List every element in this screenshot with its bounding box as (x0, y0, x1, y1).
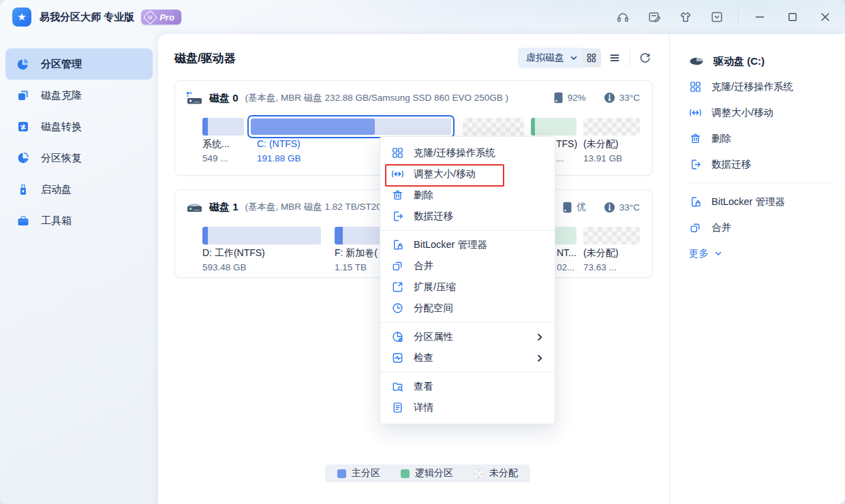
disk-health: 优 (562, 201, 586, 213)
menu-item-partition-properties[interactable]: 分区属性 (380, 326, 555, 347)
disk-device-icon (186, 91, 202, 106)
menu-item-data-migration[interactable]: 数据迁移 (380, 206, 555, 227)
partition-label: D: 工作(NTFS) (202, 247, 265, 259)
thermometer-icon (604, 92, 615, 104)
bitlocker-lock-icon (689, 195, 702, 208)
extend-shrink-icon (391, 281, 404, 294)
sidebar-item-label: 分区恢复 (41, 152, 82, 165)
partition-unallocated-1[interactable] (463, 118, 524, 136)
partition-logical-1[interactable] (531, 118, 577, 136)
list-view-button[interactable] (605, 48, 624, 67)
menu-item-delete[interactable]: 删除 (380, 185, 555, 206)
panel-action-merge[interactable]: 合并 (670, 215, 845, 240)
clone-disks-icon (16, 89, 30, 102)
partition-size: 02... (557, 262, 574, 272)
sidebar-item-partition-management[interactable]: 分区管理 (5, 48, 153, 80)
panel-action-clone-os[interactable]: 克隆/迁移操作系统 (670, 74, 845, 99)
partition-properties-icon (391, 330, 404, 343)
sidebar-item-disk-clone[interactable]: 磁盘克隆 (5, 80, 153, 111)
panel-action-delete[interactable]: 删除 (670, 125, 845, 151)
menu-item-check[interactable]: 检查 (380, 347, 555, 368)
clone-os-icon (391, 146, 404, 159)
menu-item-bitlocker[interactable]: BitLocker 管理器 (380, 234, 555, 255)
partition-label: NT... (557, 247, 577, 258)
theme-tshirt-icon[interactable] (678, 10, 693, 25)
partition-size: 191.88 GB (257, 153, 301, 163)
data-migration-icon (689, 158, 702, 171)
sidebar-item-toolbox[interactable]: 工具箱 (5, 205, 153, 236)
disk-convert-icon (16, 120, 30, 133)
partition-d[interactable] (202, 227, 321, 245)
partition-label: (未分配) (583, 247, 618, 259)
sidebar-item-label: 磁盘克隆 (41, 89, 82, 102)
health-ssd-icon (562, 202, 572, 213)
selected-drive-header: 驱动盘 (C:) (670, 49, 845, 74)
panel-action-bitlocker[interactable]: BitLocker 管理器 (670, 189, 845, 215)
pro-label: Pro (159, 12, 174, 22)
menu-separator (380, 230, 555, 231)
support-headset-icon[interactable] (615, 10, 630, 25)
menu-item-details[interactable]: 详情 (380, 397, 555, 418)
panel-action-resize-move[interactable]: 调整大小/移动 (670, 99, 845, 125)
bitlocker-lock-icon (391, 238, 404, 251)
app-window: ★ 易我分区大师 专业版 U Pro (0, 0, 845, 504)
partition-legend: 主分区 逻辑分区 未分配 (325, 464, 530, 482)
filter-label: 虚拟磁盘 (526, 52, 564, 64)
sidebar-item-partition-recovery[interactable]: 分区恢复 (5, 142, 153, 174)
partition-context-menu: 克隆/迁移操作系统 调整大小/移动 删除 数据迁移 BitLocker 管理器 … (380, 136, 555, 424)
grid-view-button[interactable] (582, 48, 601, 67)
resize-move-icon (689, 106, 702, 119)
usb-drive-icon (16, 183, 30, 196)
menu-item-clone-os[interactable]: 克隆/迁移操作系统 (380, 142, 555, 163)
partition-label: TFS) (556, 138, 577, 149)
virtual-disk-filter-button[interactable]: 虚拟磁盘 (518, 48, 586, 68)
partition-size: 593.48 GB (202, 262, 247, 272)
sidebar-item-label: 分区管理 (41, 58, 82, 71)
updates-box-icon[interactable] (709, 10, 724, 25)
panel-action-data-migration[interactable]: 数据迁移 (670, 151, 845, 177)
maximize-button[interactable] (785, 10, 800, 25)
document-details-icon (391, 401, 404, 414)
chevron-down-icon (570, 54, 578, 62)
menu-item-extend-shrink[interactable]: 扩展/压缩 (380, 277, 555, 298)
disk-temperature: 33°C (604, 92, 640, 104)
minimize-button[interactable] (752, 10, 767, 25)
app-logo-icon: ★ (12, 7, 31, 27)
titlebar: ★ 易我分区大师 专业版 U Pro (0, 0, 845, 34)
allocate-space-icon (391, 302, 404, 315)
sidebar-item-disk-convert[interactable]: 磁盘转换 (5, 111, 153, 142)
menu-item-merge[interactable]: 合并 (380, 255, 555, 277)
folder-search-icon (391, 380, 404, 393)
legend-logical: 逻辑分区 (401, 467, 453, 479)
sidebar-item-label: 磁盘转换 (41, 121, 82, 133)
close-button[interactable] (818, 10, 833, 25)
feedback-icon[interactable] (647, 10, 662, 25)
sidebar-item-label: 工具箱 (41, 215, 72, 227)
partition-unallocated-2[interactable] (583, 118, 640, 136)
disk-name: 磁盘 1 (209, 201, 239, 214)
list-view-icon (609, 52, 620, 63)
refresh-icon (639, 52, 651, 64)
menu-item-allocate-space[interactable]: 分配空间 (380, 298, 555, 319)
pie-chart-icon (16, 57, 30, 71)
partition-size: 1.15 TB (335, 262, 367, 272)
partition-label: (未分配) (583, 138, 618, 151)
toolbox-icon (16, 214, 30, 227)
submenu-arrow-icon (536, 333, 544, 341)
more-actions-button[interactable]: 更多 (670, 240, 845, 266)
menu-item-resize-move[interactable]: 调整大小/移动 (380, 163, 555, 185)
menu-item-view[interactable]: 查看 (380, 376, 555, 397)
partition-c-selected[interactable] (247, 115, 455, 138)
sidebar: 分区管理 磁盘克隆 磁盘转换 分区恢复 启动盘 (0, 34, 158, 504)
partition-unallocated-3[interactable] (583, 227, 640, 245)
primary-swatch (337, 469, 346, 478)
sidebar-item-bootable-disk[interactable]: 启动盘 (5, 174, 153, 205)
grid-view-icon (586, 52, 597, 63)
disk-device-icon (186, 200, 202, 215)
refresh-button[interactable] (635, 48, 654, 67)
drive-icon (689, 54, 704, 68)
partition-label: F: 新加卷( (335, 247, 378, 259)
disk-temperature: 33°C (604, 202, 640, 213)
health-ssd-icon (553, 92, 564, 104)
partition-system-reserved[interactable] (202, 118, 244, 136)
